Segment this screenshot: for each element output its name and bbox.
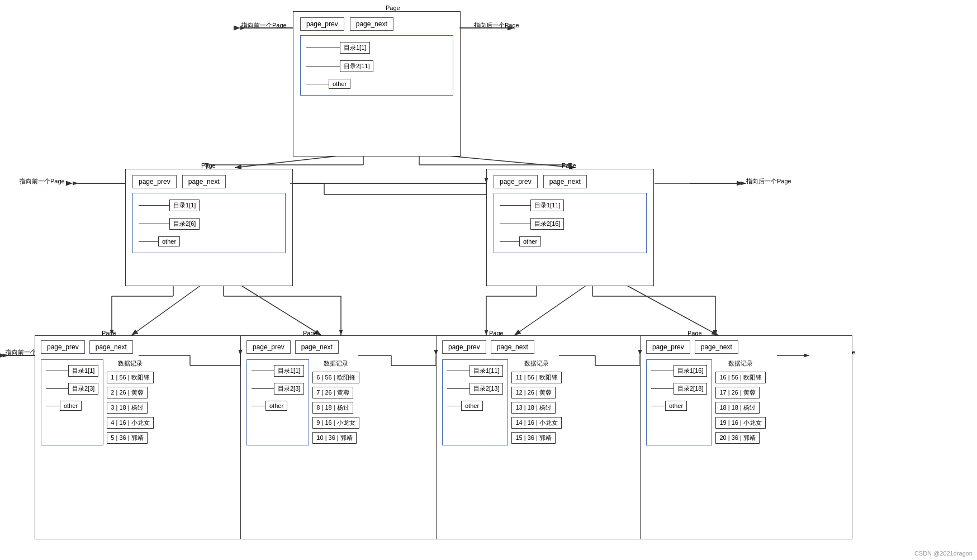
level2-1-page-next: page_next: [295, 340, 339, 354]
level2-2-cat2: other: [461, 401, 483, 411]
level1-right-page-prev: page_prev: [494, 175, 538, 188]
level1-right-page-label: Page: [562, 162, 576, 169]
level2-0-cat1: 目录2[3]: [68, 383, 98, 395]
level1-right-page-node: page_prev page_next 目录1[11] 目录2[16] othe…: [486, 169, 654, 286]
level2-2-rec0: 11 | 56 | 欧阳锋: [511, 372, 561, 383]
level0-point-next-label: 指向后一个Page: [474, 21, 519, 30]
level2-0-rec4: 5 | 36 | 郭靖: [107, 432, 147, 444]
level0-page-prev: page_prev: [300, 17, 344, 31]
level2-2-rec1: 12 | 26 | 黄蓉: [511, 387, 555, 398]
svg-line-12: [240, 285, 321, 335]
level2-3-rec2: 18 | 18 | 杨过: [715, 402, 759, 414]
level2-3-cat1: 目录2[18]: [674, 383, 707, 395]
level2-1-rec3: 9 | 16 | 小龙女: [312, 417, 359, 429]
level2-1-page-prev: page_prev: [246, 340, 291, 354]
level2-1-cat2: other: [265, 401, 287, 411]
level2-0-cat0: 目录1[1]: [68, 365, 98, 377]
level1-left-page-node: page_prev page_next 目录1[1] 目录2[6] other: [125, 169, 293, 286]
level2-0-rec1: 2 | 26 | 黄蓉: [107, 387, 147, 398]
level2-2-cat0: 目录1[11]: [469, 365, 503, 377]
level2-2-page-next: page_next: [491, 340, 534, 354]
level1-right-item2: other: [519, 236, 541, 246]
svg-line-13: [514, 285, 587, 335]
level2-3-rec4: 20 | 36 | 郭靖: [715, 432, 759, 444]
diagram: Page 指向前一个Page 指向后一个Page page_prev page_…: [0, 0, 977, 560]
svg-line-14: [626, 285, 718, 335]
level2-1-cat0: 目录1[1]: [274, 365, 304, 377]
watermark: CSDN @2021dragon: [914, 550, 973, 557]
level1-right-item1: 目录2[16]: [530, 218, 564, 230]
level2-0-cat2: other: [60, 401, 82, 411]
level0-page-label: Page: [386, 4, 400, 11]
level1-right-page-next: page_next: [543, 175, 587, 188]
level2-0-page-prev: page_prev: [41, 340, 85, 354]
level2-0-rec3: 4 | 16 | 小龙女: [107, 417, 153, 429]
level1-left-point-prev: 指向前一个Page: [20, 177, 65, 186]
level2-3-rec3: 19 | 16 | 小龙女: [715, 417, 765, 429]
level2-1-rec0: 6 | 56 | 欧阳锋: [312, 372, 359, 383]
level2-3-cat2: other: [665, 401, 687, 411]
level1-right-point-next: 指向后一个Page: [746, 177, 791, 186]
level1-left-page-label: Page: [201, 162, 216, 169]
level2-1-rec4: 10 | 36 | 郭靖: [312, 432, 356, 444]
level1-left-item0: 目录1[1]: [169, 200, 200, 211]
level1-left-page-prev: page_prev: [132, 175, 177, 188]
level2-3-rec0: 16 | 56 | 欧阳锋: [715, 372, 765, 383]
level2-2-rec2: 13 | 18 | 杨过: [511, 402, 555, 414]
level2-1-rec1: 7 | 26 | 黄蓉: [312, 387, 353, 398]
level2-2-page-node: page_prev page_next 目录1[11] 目录2[13] othe…: [436, 335, 648, 539]
svg-line-11: [131, 285, 201, 335]
level2-2-rec4: 15 | 36 | 郭靖: [511, 432, 555, 444]
level2-3-page-prev: page_prev: [646, 340, 690, 354]
level1-left-item2: other: [158, 236, 180, 246]
level0-item2: other: [329, 79, 350, 89]
level0-item1: 目录2[11]: [340, 60, 373, 72]
level2-3-cat0: 目录1[16]: [674, 365, 707, 377]
level2-1-rec2: 8 | 18 | 杨过: [312, 402, 353, 414]
level0-item0: 目录1[1]: [340, 42, 370, 54]
level2-1-cat1: 目录2[3]: [274, 383, 304, 395]
level2-3-page-next: page_next: [695, 340, 738, 354]
level2-3-rec1: 17 | 26 | 黄蓉: [715, 387, 759, 398]
level1-right-item0: 目录1[11]: [530, 200, 564, 211]
level2-0-rec0: 1 | 56 | 欧阳锋: [107, 372, 153, 383]
level2-0-page-next: page_next: [89, 340, 133, 354]
level1-left-page-next: page_next: [182, 175, 226, 188]
level2-0-rec2: 3 | 18 | 杨过: [107, 402, 147, 414]
level1-left-item1: 目录2[6]: [169, 218, 200, 230]
level0-page-node: page_prev page_next 目录1[1] 目录2[11] other: [293, 11, 461, 156]
level2-2-cat1: 目录2[13]: [469, 383, 503, 395]
level2-0-page-node: page_prev page_next 目录1[1] 目录2[3] other: [35, 335, 241, 539]
level2-2-rec3: 14 | 16 | 小龙女: [511, 417, 561, 429]
level0-point-prev-label: 指向前一个Page: [241, 21, 287, 30]
level2-3-page-node: page_prev page_next 目录1[16] 目录2[18] othe…: [640, 335, 852, 539]
level2-2-page-prev: page_prev: [442, 340, 486, 354]
level0-page-next: page_next: [350, 17, 393, 31]
level2-1-page-node: page_prev page_next 目录1[1] 目录2[3] other: [240, 335, 447, 539]
